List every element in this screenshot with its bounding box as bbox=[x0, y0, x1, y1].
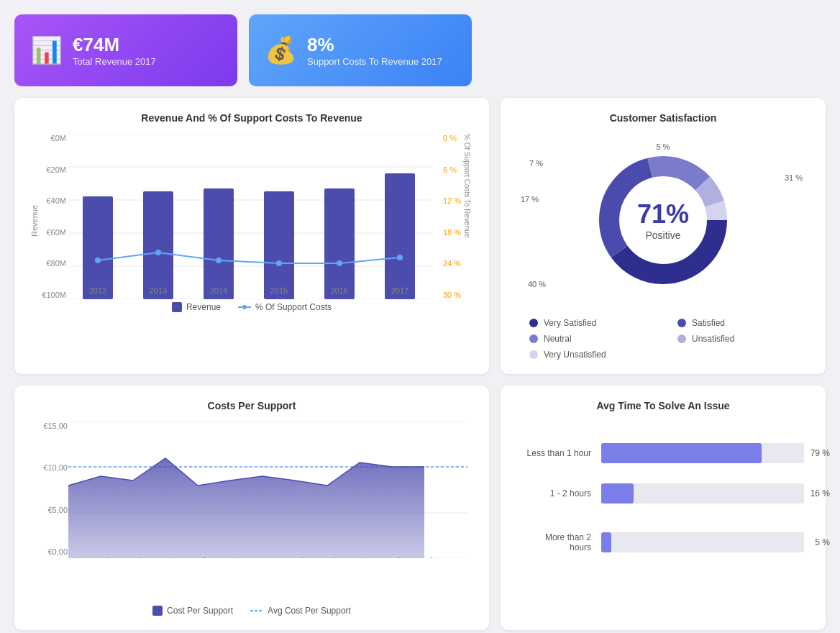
hbar-row-3: More than 2 hours 5 % bbox=[522, 532, 804, 552]
avg-time-title: Avg Time To Solve An Issue bbox=[515, 400, 811, 411]
revenue-chart-legend: Revenue % Of Support Costs bbox=[29, 302, 475, 312]
bar-2015 bbox=[264, 191, 294, 299]
hbar-fill-1 bbox=[601, 443, 762, 463]
dot-very-unsatisfied bbox=[529, 350, 538, 359]
revenue-icon: 📊 bbox=[30, 35, 63, 65]
support-icon: 💰 bbox=[265, 35, 297, 65]
svg-point-12 bbox=[95, 258, 101, 263]
pct-label-7: 7 % bbox=[529, 159, 543, 168]
hbar-value-2: 16 % bbox=[811, 488, 830, 498]
legend-support-label: % Of Support Costs bbox=[255, 302, 332, 312]
hbar-track-3: 5 % bbox=[601, 532, 804, 552]
legend-cost-color bbox=[152, 606, 163, 616]
svg-point-16 bbox=[337, 260, 342, 266]
svg-text:2015: 2015 bbox=[270, 286, 288, 295]
hbar-fill-2 bbox=[601, 483, 634, 504]
legend-revenue: Revenue bbox=[172, 302, 221, 312]
pct-label-5: 5 % bbox=[657, 142, 670, 151]
hbar-value-3: 5 % bbox=[815, 537, 830, 547]
kpi-cards: 📊 €74M Total Revenue 2017 💰 8% Support C… bbox=[14, 14, 472, 86]
satisfaction-card: Customer Satisfaction bbox=[501, 98, 826, 374]
donut-container: 71% Positive 40 % 31 % 17 % 7 % 5 % bbox=[515, 134, 811, 360]
svg-point-19 bbox=[242, 305, 247, 309]
dot-very-satisfied bbox=[529, 319, 538, 327]
pct-label-31: 31 % bbox=[785, 173, 803, 182]
costs-chart-inner: €0,00 €5,00 €10,00 €15,00 bbox=[29, 422, 475, 580]
support-text: 8% Support Costs To Revenue 2017 bbox=[307, 34, 442, 67]
dashboard: 📊 €74M Total Revenue 2017 💰 8% Support C… bbox=[14, 14, 826, 630]
hbar-row-1: Less than 1 hour 79 % bbox=[522, 443, 804, 463]
donut-center: 71% Positive bbox=[637, 199, 689, 241]
y-right-label-text: % Of Support Costs To Revenue bbox=[463, 134, 471, 299]
hbar-fill-3 bbox=[601, 532, 611, 552]
revenue-chart-card: Revenue And % Of Support Costs To Revenu… bbox=[14, 98, 489, 374]
costs-chart-title: Costs Per Support bbox=[29, 400, 475, 411]
legend-cost-per-support: Cost Per Support bbox=[152, 606, 233, 616]
bar-2013 bbox=[143, 191, 173, 299]
donut-legend: Very Satisfied Satisfied Neutral Unsatis… bbox=[515, 318, 811, 360]
hbar-row-2: 1 - 2 hours 16 % bbox=[522, 483, 804, 504]
bar-2014 bbox=[204, 188, 234, 299]
revenue-value: €74M bbox=[73, 34, 156, 56]
legend-support-costs: % Of Support Costs bbox=[238, 302, 332, 312]
legend-avg-cost: Avg Cost Per Support bbox=[250, 606, 351, 616]
bar-2017 bbox=[385, 173, 415, 299]
costs-area-svg: Jan 2017 Feb 2017 Mar 2017 Apr 2017 May … bbox=[68, 422, 467, 558]
revenue-label: Total Revenue 2017 bbox=[73, 56, 156, 67]
svg-text:2016: 2016 bbox=[331, 286, 348, 295]
dot-neutral bbox=[529, 334, 538, 343]
legend-unsatisfied: Unsatisfied bbox=[677, 334, 811, 344]
satisfaction-title: Customer Satisfaction bbox=[515, 112, 811, 124]
revenue-text: €74M Total Revenue 2017 bbox=[73, 34, 156, 67]
y-left-label: Revenue bbox=[30, 205, 39, 237]
hbar-value-1: 79 % bbox=[811, 448, 830, 458]
dot-unsatisfied bbox=[677, 334, 686, 343]
legend-revenue-color bbox=[172, 302, 182, 312]
legend-very-unsatisfied: Very Unsatisfied bbox=[529, 350, 663, 360]
legend-neutral: Neutral bbox=[529, 334, 663, 344]
pct-label-40: 40 % bbox=[528, 280, 546, 288]
svg-text:2013: 2013 bbox=[150, 286, 167, 295]
svg-point-17 bbox=[397, 255, 403, 260]
revenue-bar-chart: €100M €80M €60M €40M €20M €0M 30 % 24 % … bbox=[29, 134, 475, 335]
pct-label-17: 17 % bbox=[521, 195, 539, 204]
legend-revenue-label: Revenue bbox=[186, 302, 221, 312]
hbar-container: Less than 1 hour 79 % 1 - 2 hours 16 % M… bbox=[515, 422, 811, 580]
avg-time-card: Avg Time To Solve An Issue Less than 1 h… bbox=[501, 386, 826, 630]
svg-point-14 bbox=[216, 258, 222, 263]
svg-point-13 bbox=[155, 250, 161, 255]
costs-y-axis: €0,00 €5,00 €10,00 €15,00 bbox=[30, 422, 68, 556]
middle-row: Revenue And % Of Support Costs To Revenu… bbox=[14, 98, 826, 374]
donut-percentage: 71% bbox=[637, 199, 689, 229]
svg-text:2014: 2014 bbox=[210, 286, 227, 295]
hbar-label-1: Less than 1 hour bbox=[522, 448, 601, 458]
cost-area-fill bbox=[68, 458, 424, 558]
top-row: 📊 €74M Total Revenue 2017 💰 8% Support C… bbox=[14, 14, 826, 86]
support-value: 8% bbox=[307, 34, 442, 56]
dot-satisfied bbox=[677, 319, 686, 327]
bar-2016 bbox=[324, 188, 355, 299]
hbar-label-2: 1 - 2 hours bbox=[522, 488, 601, 498]
svg-text:2017: 2017 bbox=[391, 286, 408, 295]
costs-legend: Cost Per Support Avg Cost Per Support bbox=[29, 606, 475, 616]
svg-text:2012: 2012 bbox=[89, 286, 106, 295]
legend-very-satisfied: Very Satisfied bbox=[529, 318, 663, 328]
hbar-track-2: 16 % bbox=[601, 483, 804, 504]
support-label: Support Costs To Revenue 2017 bbox=[307, 56, 442, 67]
svg-point-15 bbox=[276, 260, 282, 266]
hbar-label-3: More than 2 hours bbox=[522, 532, 601, 552]
kpi-card-support: 💰 8% Support Costs To Revenue 2017 bbox=[249, 14, 472, 86]
bottom-row: Costs Per Support €0,00 €5,00 €10,00 €15… bbox=[14, 386, 826, 630]
hbar-track-1: 79 % bbox=[601, 443, 804, 463]
donut-positive-label: Positive bbox=[637, 229, 689, 241]
legend-dashed-icon bbox=[250, 606, 263, 616]
revenue-chart-title: Revenue And % Of Support Costs To Revenu… bbox=[29, 112, 475, 124]
legend-satisfied: Satisfied bbox=[677, 318, 811, 328]
legend-line-icon bbox=[238, 302, 251, 312]
bar-chart-svg: 2012 2013 2014 2015 2016 2017 bbox=[68, 134, 432, 299]
kpi-card-revenue: 📊 €74M Total Revenue 2017 bbox=[14, 14, 237, 86]
costs-chart-card: Costs Per Support €0,00 €5,00 €10,00 €15… bbox=[14, 386, 489, 630]
bar-2012 bbox=[83, 196, 113, 299]
